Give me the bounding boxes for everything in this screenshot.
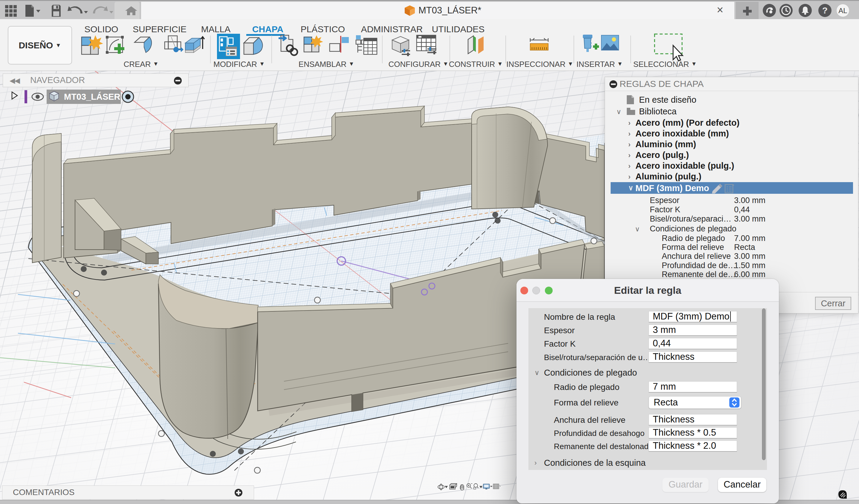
svg-text:MT03_LÁSER: MT03_LÁSER xyxy=(64,92,120,101)
